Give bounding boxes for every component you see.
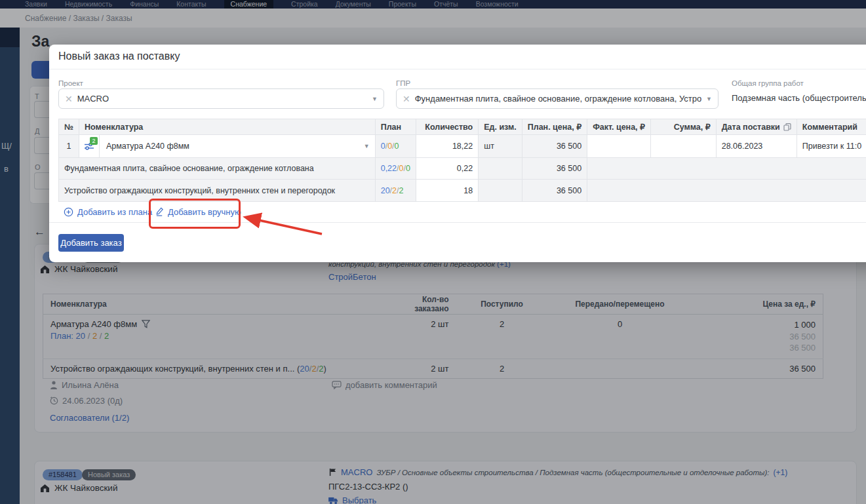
submit-order-button[interactable]: Добавить заказ — [58, 234, 124, 252]
clear-icon[interactable]: ✕ — [403, 94, 410, 104]
col-fact-price: Факт. цена, ₽ — [587, 119, 651, 135]
plan-value: 0,22 — [381, 164, 397, 173]
nomenclature-select[interactable]: Арматура А240 ф8мм — [100, 142, 364, 151]
position-row: 1 2 Ар — [59, 135, 866, 158]
plan-value: 0 — [406, 164, 410, 173]
project-select-value: MACRO — [77, 94, 367, 104]
annotation-red-arrow — [239, 212, 328, 239]
chevron-down-icon[interactable]: ▼ — [706, 96, 712, 102]
plan-value: 2 — [392, 186, 397, 195]
chevron-down-icon[interactable]: ▼ — [372, 96, 378, 102]
quantity-input[interactable]: 18,22 — [416, 135, 478, 158]
chevron-down-icon[interactable]: ▼ — [364, 143, 375, 149]
col-num: № — [59, 119, 79, 135]
col-plan: План — [375, 119, 416, 135]
new-order-modal: Новый заказ на поставку Проект ✕ MACRO ▼… — [49, 45, 866, 262]
plus-circle-icon — [64, 207, 73, 217]
screen: Заявки Недвижимость Финансы Контакты Сна… — [0, 0, 866, 504]
plan-cell: 0/0/0 — [375, 135, 416, 158]
gpr-field-label: ГПР — [396, 79, 410, 87]
col-sum: Сумма, ₽ — [651, 119, 717, 135]
plan-value: 20 — [381, 186, 390, 195]
col-qty: Количество — [416, 119, 478, 135]
clear-icon[interactable]: ✕ — [65, 94, 73, 104]
empty-cell — [587, 180, 866, 202]
links-count-badge: 2 — [90, 137, 98, 145]
plan-cell: 20/2/2 — [375, 180, 416, 202]
quantity-input[interactable]: 18 — [416, 180, 478, 202]
plan-value: 0 — [395, 142, 399, 151]
row-num: 1 — [59, 135, 79, 158]
plan-price-cell: 36 500 — [522, 135, 587, 158]
col-nomenclature: Номенклатура — [79, 119, 375, 135]
comment-input[interactable]: Привезти к 11:0 — [797, 135, 866, 158]
col-date: Дата поставки — [716, 119, 797, 135]
work-group-field-label: Общая группа работ — [732, 79, 804, 87]
divider — [49, 69, 866, 69]
empty-cell — [587, 158, 866, 180]
table-header-row: № Номенклатура План Количество Ед. изм. … — [59, 119, 866, 135]
sum-input[interactable] — [651, 135, 717, 158]
plan-subrow: Фундаментная плита, свайное основание, о… — [59, 158, 866, 180]
col-unit: Ед. изм. — [479, 119, 522, 135]
gpr-select[interactable]: ✕ Фундаментная плита, свайное основание,… — [396, 88, 718, 109]
unit-cell: шт — [479, 135, 522, 158]
annotation-red-box — [149, 199, 241, 229]
col-plan-price: План. цена, ₽ — [522, 119, 587, 135]
modal-title: Новый заказ на поставку — [58, 50, 180, 62]
date-input[interactable]: 28.06.2023 — [716, 135, 797, 158]
project-field-label: Проект — [58, 79, 83, 87]
copy-icon[interactable] — [783, 123, 791, 131]
plan-price-cell: 36 500 — [522, 180, 587, 202]
add-from-plan-button[interactable]: Добавить из плана — [64, 207, 152, 217]
order-positions-table: № Номенклатура План Количество Ед. изм. … — [58, 119, 866, 202]
gpr-select-value: Фундаментная плита, свайное основание, о… — [415, 94, 701, 104]
plan-price-cell: 36 500 — [522, 158, 587, 180]
fact-price-input[interactable] — [587, 135, 651, 158]
work-group-value: Подземная часть (общестроительны — [732, 93, 866, 103]
add-from-plan-label: Добавить из плана — [77, 207, 152, 217]
nomenclature-links-icon[interactable]: 2 — [79, 135, 100, 157]
unit-cell — [479, 158, 522, 180]
plan-value: 2 — [399, 186, 404, 195]
unit-cell — [479, 180, 522, 202]
plan-value: 0 — [381, 142, 385, 151]
col-date-label: Дата поставки — [722, 123, 780, 132]
col-comment: Комментарий — [797, 119, 866, 135]
project-select[interactable]: ✕ MACRO ▼ — [58, 88, 384, 109]
plan-cell: 0,22/0/0 — [375, 158, 416, 180]
work-name: Фундаментная плита, свайное основание, о… — [59, 158, 376, 180]
quantity-input[interactable]: 0,22 — [416, 158, 478, 180]
